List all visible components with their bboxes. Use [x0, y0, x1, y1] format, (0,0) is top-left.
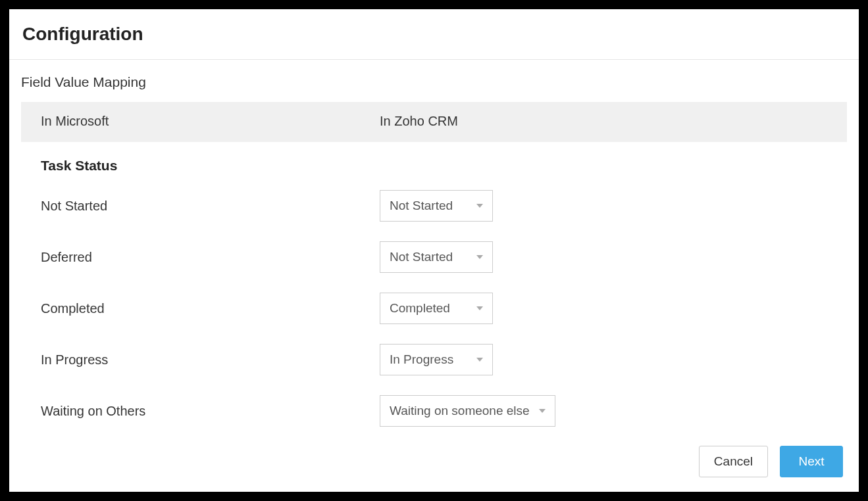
chevron-down-icon [476, 306, 483, 310]
target-value-select[interactable]: Not Started [380, 190, 493, 222]
source-value-label: Waiting on Others [41, 404, 380, 419]
mapping-row: In Progress In Progress [21, 334, 847, 385]
select-value: Completed [390, 301, 450, 316]
select-value: Not Started [390, 199, 453, 213]
target-value-select[interactable]: Not Started [380, 241, 493, 273]
mapping-table-header: In Microsoft In Zoho CRM [21, 102, 847, 142]
target-value-select[interactable]: Completed [380, 293, 493, 324]
target-value-select[interactable]: Waiting on someone else [380, 395, 555, 427]
mapping-row: Completed Completed [21, 283, 847, 334]
dialog-footer: Cancel Next [9, 433, 859, 492]
next-button[interactable]: Next [780, 446, 843, 477]
configuration-dialog: Configuration Field Value Mapping In Mic… [9, 9, 859, 492]
source-value-label: In Progress [41, 352, 380, 368]
mapping-row: Deferred Not Started [21, 231, 847, 283]
source-value-label: Deferred [41, 250, 380, 265]
select-value: Not Started [390, 250, 453, 264]
target-value-select[interactable]: In Progress [380, 344, 493, 375]
chevron-down-icon [476, 204, 483, 208]
chevron-down-icon [476, 255, 483, 259]
group-label-task-status: Task Status [21, 142, 847, 180]
select-value: Waiting on someone else [390, 404, 530, 418]
field-value-mapping-table: In Microsoft In Zoho CRM Task Status Not… [21, 102, 847, 433]
chevron-down-icon [476, 358, 483, 362]
dialog-header: Configuration [9, 9, 859, 60]
chevron-down-icon [539, 409, 546, 413]
column-header-zoho: In Zoho CRM [380, 114, 827, 129]
cancel-button[interactable]: Cancel [699, 446, 768, 477]
source-value-label: Completed [41, 301, 380, 316]
mapping-row: Waiting on Others Waiting on someone els… [21, 385, 847, 433]
dialog-title: Configuration [22, 24, 846, 45]
mapping-row: Not Started Not Started [21, 180, 847, 231]
column-header-microsoft: In Microsoft [41, 114, 380, 129]
source-value-label: Not Started [41, 199, 380, 214]
select-value: In Progress [390, 352, 453, 367]
section-title: Field Value Mapping [21, 74, 847, 90]
dialog-body: Field Value Mapping In Microsoft In Zoho… [9, 60, 859, 433]
